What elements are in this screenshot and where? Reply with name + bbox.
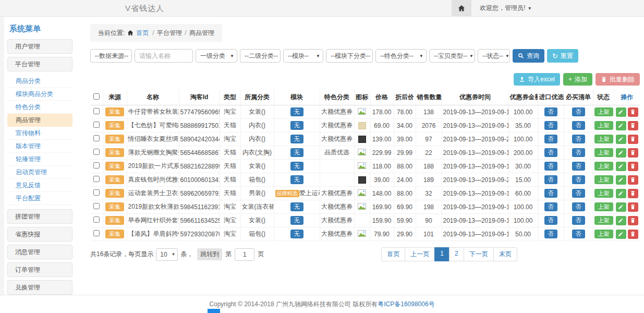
name-search-input[interactable] (135, 49, 193, 63)
import-choice-toggle[interactable]: 否 (544, 189, 557, 198)
jump-to-button[interactable]: 跳转到 (197, 248, 222, 260)
delete-button[interactable] (628, 162, 638, 171)
import-choice-toggle[interactable]: 否 (544, 162, 557, 171)
edit-button[interactable] (616, 135, 626, 144)
sidebar-group-兑换管理[interactable]: 兑换管理 (7, 280, 72, 295)
edit-button[interactable] (616, 148, 626, 158)
filter-select-二级分类[interactable]: --二级分类--▼ (240, 49, 281, 63)
module-badge[interactable]: 无 (290, 121, 303, 130)
reset-button[interactable]: ↻ 重置 (547, 49, 578, 63)
status-toggle[interactable]: 上架 (594, 189, 613, 198)
sidebar-group-用户管理[interactable]: 用户管理 (7, 39, 72, 54)
filter-select-模块下分类[interactable]: --模块下分类--▼ (326, 49, 373, 63)
edit-button[interactable] (616, 162, 626, 171)
import-choice-toggle[interactable]: 否 (544, 121, 557, 130)
row-checkbox[interactable] (93, 203, 100, 209)
sidebar-item-模块商品分类[interactable]: 模块商品分类 (7, 88, 72, 101)
module-badge[interactable]: 无 (290, 230, 303, 238)
page-number-input[interactable] (235, 248, 254, 261)
select-all-checkbox[interactable] (93, 93, 100, 100)
delete-button[interactable] (628, 121, 638, 130)
batch-delete-button[interactable]: 批量删除 (596, 73, 640, 86)
welcome-user-menu[interactable]: 欢迎您，管理员! (471, 4, 528, 13)
search-button[interactable]: 查询 (513, 49, 544, 63)
status-toggle[interactable]: 上架 (594, 162, 613, 171)
row-checkbox[interactable] (93, 122, 100, 128)
delete-button[interactable] (628, 135, 638, 144)
sidebar-item-商品分类[interactable]: 商品分类 (7, 75, 72, 88)
page-button-末页[interactable]: 末页 (493, 247, 517, 261)
must-buy-toggle[interactable]: 否 (572, 148, 585, 157)
filter-select-特色分类[interactable]: --特色分类--▼ (375, 49, 427, 63)
row-checkbox[interactable] (93, 230, 100, 236)
chevron-down-icon[interactable]: ▾ (528, 5, 531, 11)
import-choice-toggle[interactable]: 否 (544, 202, 557, 211)
module-badge[interactable]: 无 (290, 135, 303, 143)
must-buy-toggle[interactable]: 否 (572, 175, 585, 184)
status-toggle[interactable]: 上架 (594, 216, 613, 225)
edit-button[interactable] (616, 230, 626, 239)
filter-select-数据来源[interactable]: --数据来源--▼ (90, 49, 132, 63)
must-buy-toggle[interactable]: 否 (572, 107, 585, 116)
page-button-上一页[interactable]: 上一页 (405, 247, 435, 261)
status-toggle[interactable]: 上架 (594, 148, 613, 157)
must-buy-toggle[interactable]: 否 (572, 121, 585, 130)
edit-button[interactable] (616, 175, 626, 185)
import-choice-toggle[interactable]: 否 (544, 148, 557, 157)
must-buy-toggle[interactable]: 否 (572, 216, 585, 225)
edit-button[interactable] (616, 216, 626, 225)
module-badge[interactable]: 无 (290, 148, 303, 157)
page-button-首页[interactable]: 首页 (381, 247, 405, 261)
must-buy-toggle[interactable]: 否 (572, 189, 585, 198)
filter-select-状态[interactable]: --状态--▼ (478, 49, 510, 63)
sidebar-item-意见反馈[interactable]: 意见反馈 (7, 179, 72, 192)
sidebar-item-平台配置[interactable]: 平台配置 (7, 192, 72, 205)
sidebar-item-轮播管理[interactable]: 轮播管理 (7, 153, 72, 166)
status-toggle[interactable]: 上架 (594, 121, 613, 130)
must-buy-toggle[interactable]: 否 (572, 202, 585, 211)
sidebar-group-平台管理[interactable]: 平台管理 (7, 57, 72, 71)
filter-select-模块[interactable]: --模块--▼ (283, 49, 323, 63)
import-choice-toggle[interactable]: 否 (544, 135, 557, 143)
module-badge[interactable]: 无 (290, 202, 303, 211)
module-badge[interactable]: 无 (290, 162, 303, 171)
icp-link[interactable]: 粤ICP备16098006号 (378, 300, 434, 309)
row-checkbox[interactable] (93, 149, 100, 155)
must-buy-toggle[interactable]: 否 (572, 135, 585, 143)
must-buy-toggle[interactable]: 否 (572, 162, 585, 171)
edit-button[interactable] (616, 107, 626, 117)
status-toggle[interactable]: 上架 (594, 175, 613, 184)
sidebar-item-特色分类[interactable]: 特色分类 (7, 101, 72, 114)
delete-button[interactable] (628, 189, 638, 198)
import-choice-toggle[interactable]: 否 (544, 107, 557, 116)
status-toggle[interactable]: 上架 (594, 107, 613, 116)
add-button[interactable]: + 添加 (563, 73, 592, 86)
row-checkbox[interactable] (93, 135, 100, 141)
sidebar-item-商品管理[interactable]: 商品管理 (7, 114, 72, 127)
row-checkbox[interactable] (93, 216, 100, 223)
status-toggle[interactable]: 上架 (594, 230, 613, 238)
import-excel-button[interactable]: 导入excel (514, 73, 560, 86)
filter-select-一级分类[interactable]: 一级分类▼ (196, 49, 237, 63)
delete-button[interactable] (628, 175, 638, 185)
row-checkbox[interactable] (93, 162, 100, 168)
sidebar-group-省惠快报[interactable]: 省惠快报 (7, 227, 72, 242)
page-button-下一页[interactable]: 下一页 (464, 247, 494, 261)
delete-button[interactable] (628, 216, 638, 225)
edit-button[interactable] (616, 202, 626, 212)
import-choice-toggle[interactable]: 否 (544, 216, 557, 225)
per-page-select[interactable]: 10 ▼ (156, 248, 178, 261)
sidebar-item-宣传物料[interactable]: 宣传物料 (7, 127, 72, 140)
status-toggle[interactable]: 上架 (594, 202, 613, 211)
delete-button[interactable] (628, 202, 638, 212)
page-button-1[interactable]: 1 (434, 247, 449, 261)
page-button-2[interactable]: 2 (449, 247, 464, 261)
module-badge[interactable]: 无 (290, 175, 303, 184)
delete-button[interactable] (628, 230, 638, 239)
edit-button[interactable] (616, 189, 626, 198)
module-badge[interactable]: 无 (290, 216, 303, 225)
sidebar-item-启动页管理[interactable]: 启动页管理 (7, 166, 72, 179)
row-checkbox[interactable] (93, 176, 100, 182)
sidebar-group-拼团管理[interactable]: 拼团管理 (7, 209, 72, 224)
edit-button[interactable] (616, 121, 626, 130)
